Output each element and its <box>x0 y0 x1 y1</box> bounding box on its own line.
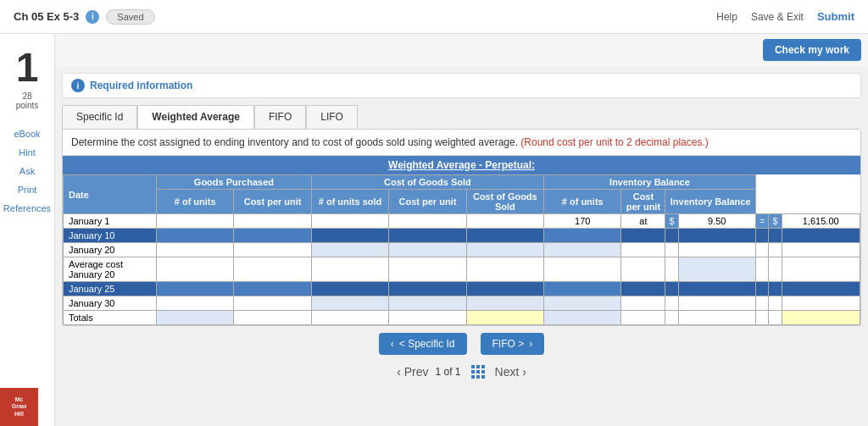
table-container: Determine the cost assigned to ending in… <box>62 129 861 326</box>
jan1-inv-units: 170 <box>544 214 621 229</box>
col-date: Date <box>64 175 157 214</box>
ask-link[interactable]: Ask <box>0 164 54 178</box>
top-bar-left: Ch 05 Ex 5-3 i Saved <box>14 9 155 25</box>
table-row: Average cost January 20 <box>64 257 860 282</box>
main-content: i Required information Specific Id Weigh… <box>55 66 868 426</box>
instructions: Determine the cost assigned to ending in… <box>63 130 860 156</box>
info-icon[interactable]: i <box>86 10 99 24</box>
references-link[interactable]: References <box>0 202 54 215</box>
subh-units-sold: # of units sold <box>311 190 388 214</box>
content-area: 1 28 points eBook Hint Ask Print Referen… <box>0 34 868 426</box>
prev-specific-id-button[interactable]: ‹ < Specific Id <box>379 333 467 355</box>
help-link[interactable]: Help <box>716 11 737 23</box>
subh-inv-bal: Inventory Balance <box>665 190 756 214</box>
saved-badge: Saved <box>106 9 154 25</box>
jan30-cogs-input[interactable] <box>466 296 543 311</box>
table-row: January 20 <box>64 243 860 257</box>
jan10-units-input[interactable] <box>157 229 234 243</box>
jan20-cpu-sold-input[interactable] <box>389 243 466 257</box>
jan30-cpu-input[interactable] <box>389 296 466 311</box>
table-row: January 25 <box>64 282 860 296</box>
tab-lifo[interactable]: LIFO <box>306 105 358 129</box>
jan1-bal: 1,615.00 <box>782 214 860 229</box>
tab-fifo[interactable]: FIFO <box>254 105 306 129</box>
col-cogs: Cost of Goods Sold <box>311 175 543 190</box>
jan20-inv-units-input[interactable] <box>544 243 621 257</box>
totals-inv-units-input[interactable] <box>544 311 621 325</box>
subh-inv-cost: Cost per unit <box>621 190 665 214</box>
grid-icon[interactable] <box>471 365 485 379</box>
check-work-bar: Check my work <box>55 34 868 61</box>
jan1-cost: 9.50 <box>678 214 755 229</box>
table-row: Totals <box>64 311 860 325</box>
required-icon: i <box>71 79 85 92</box>
table-title: Weighted Average - Perpetual: <box>63 156 860 174</box>
subh-inv-units: # of units <box>544 190 621 214</box>
jan25-units-input[interactable] <box>157 282 234 296</box>
sidebar-links: eBook Hint Ask Print References <box>0 127 54 215</box>
table-row: January 1 170 at $ 9.50 = $ <box>64 214 860 229</box>
next-page-button[interactable]: Next › <box>495 365 526 379</box>
jan30-sold-input[interactable] <box>311 296 388 311</box>
jan20-sold-input[interactable] <box>311 243 388 257</box>
avg-cost-jan20-input[interactable] <box>678 257 755 282</box>
left-arrow-icon: ‹ <box>391 338 394 350</box>
tab-specific-id[interactable]: Specific Id <box>62 105 137 129</box>
col-goods-purchased: Goods Purchased <box>157 175 312 190</box>
jan25-cpu-input[interactable] <box>234 282 311 296</box>
submit-button[interactable]: Submit <box>817 10 854 23</box>
totals-inv-bal-input[interactable] <box>782 311 860 325</box>
col-inv-balance: Inventory Balance <box>544 175 756 190</box>
page-title: Ch 05 Ex 5-3 <box>14 10 79 23</box>
jan1-dollar: $ <box>665 214 678 229</box>
prev-page-button[interactable]: ‹ Prev <box>397 365 428 379</box>
jan1-at: at <box>621 214 665 229</box>
jan10-cpu-input[interactable] <box>234 229 311 243</box>
print-link[interactable]: Print <box>0 183 54 196</box>
points-display: 28 points <box>16 91 39 110</box>
jan20-cogs-input[interactable] <box>466 243 543 257</box>
jan30-inv-units-input[interactable] <box>544 296 621 311</box>
question-number: 1 <box>16 47 39 88</box>
tab-weighted-average[interactable]: Weighted Average <box>137 105 254 129</box>
weighted-average-table: Date Goods Purchased Cost of Goods Sold … <box>63 174 860 325</box>
hint-link[interactable]: Hint <box>0 146 54 159</box>
subh-units: # of units <box>157 190 234 214</box>
right-arrow-icon: › <box>529 338 532 350</box>
subh-cost-per-unit2: Cost per unit <box>389 190 466 214</box>
check-work-button[interactable]: Check my work <box>763 39 861 61</box>
mcgraw-hill-logo: Mc Graw Hill <box>0 388 38 426</box>
ebook-link[interactable]: eBook <box>0 127 54 141</box>
jan25-inv-units-input[interactable] <box>544 282 621 296</box>
jan10-inv-units-input[interactable] <box>544 229 621 243</box>
top-bar-right: Help Save & Exit Submit <box>716 10 854 23</box>
sidebar: 1 28 points eBook Hint Ask Print Referen… <box>0 34 55 426</box>
next-fifo-button[interactable]: FIFO > › <box>481 333 545 355</box>
page-number: 1 of 1 <box>435 366 460 378</box>
save-exit-button[interactable]: Save & Exit <box>751 11 804 23</box>
totals-units-input[interactable] <box>157 311 234 325</box>
subh-cost-per-unit: Cost per unit <box>234 190 311 214</box>
required-info-box: i Required information <box>62 73 861 98</box>
jan1-dollar2: $ <box>769 214 782 229</box>
page-navigation: ‹ Prev 1 of 1 Next › <box>62 362 861 382</box>
tabs: Specific Id Weighted Average FIFO LIFO <box>62 105 861 129</box>
nav-buttons: ‹ < Specific Id FIFO > › <box>62 326 861 362</box>
totals-cogs-input[interactable] <box>466 311 543 325</box>
table-row: January 10 <box>64 229 860 243</box>
top-bar: Ch 05 Ex 5-3 i Saved Help Save & Exit Su… <box>0 0 868 34</box>
jan1-eq: = <box>755 214 768 229</box>
table-row: January 30 <box>64 296 860 311</box>
required-info-label: Required information <box>90 80 192 91</box>
subh-cogs: Cost of Goods Sold <box>466 190 543 214</box>
